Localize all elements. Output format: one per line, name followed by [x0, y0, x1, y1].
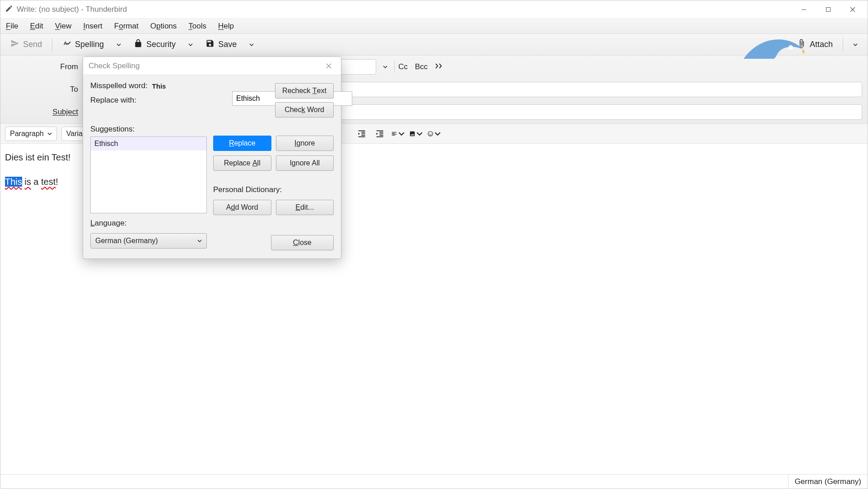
dialog-right-column: Recheck Text Check Word Replace Ignore R… [213, 81, 334, 250]
statusbar: German (Germany) [0, 474, 868, 489]
paragraph-style-select[interactable]: Paragraph [5, 127, 57, 141]
dialog-close-button[interactable] [322, 59, 336, 73]
menu-file[interactable]: File [5, 20, 19, 33]
security-button[interactable]: Security [129, 36, 180, 53]
menu-help[interactable]: Help [217, 20, 235, 33]
menu-tools[interactable]: Tools [187, 20, 207, 33]
save-icon [205, 39, 215, 50]
replace-button[interactable]: Replace [213, 136, 271, 151]
dialog-titlebar: Check Spelling [83, 57, 341, 75]
svg-rect-0 [802, 9, 806, 10]
outdent-button[interactable] [355, 127, 369, 141]
lock-icon [134, 39, 143, 50]
send-icon [10, 39, 19, 50]
compose-window: Write: (no subject) - Thunderbird File E… [0, 0, 868, 489]
svg-rect-1 [826, 7, 831, 11]
menu-insert[interactable]: Insert [82, 20, 103, 33]
statusbar-language[interactable]: German (Germany) [788, 475, 861, 489]
svg-point-2 [789, 45, 793, 50]
svg-point-4 [429, 133, 430, 133]
svg-point-5 [431, 133, 431, 133]
separator [394, 61, 395, 73]
titlebar: Write: (no subject) - Thunderbird [0, 0, 868, 19]
save-label: Save [218, 40, 237, 49]
suggestions-list[interactable]: Ethisch [90, 136, 207, 213]
close-button[interactable] [842, 3, 863, 16]
personal-dictionary-label: Personal Dictionary: [213, 185, 334, 194]
suggestions-label: Suggestions: [90, 125, 207, 134]
svg-point-3 [428, 131, 433, 136]
language-label: Language: [90, 219, 207, 228]
suggestion-option[interactable]: Ethisch [91, 137, 206, 150]
bcc-button[interactable]: Bcc [415, 62, 428, 71]
ignore-all-button[interactable]: Ignore All [276, 155, 334, 171]
dialog-left-column: Misspelled word: This Replace with: Sugg… [90, 81, 207, 250]
separator [843, 38, 843, 51]
security-dropdown[interactable] [184, 40, 197, 50]
close-dialog-button[interactable]: Close [271, 235, 334, 250]
replace-all-button[interactable]: Replace All [213, 155, 271, 171]
dialog-title: Check Spelling [89, 61, 140, 71]
spelling-dropdown[interactable] [112, 40, 126, 50]
statusbar-language-label: German (Germany) [795, 477, 861, 486]
paragraph-style-label: Paragraph [10, 130, 44, 138]
minimize-button[interactable] [793, 3, 814, 16]
security-label: Security [146, 40, 176, 49]
from-dropdown[interactable] [380, 61, 391, 72]
window-title: Write: (no subject) - Thunderbird [17, 5, 127, 14]
misspelled-label: Misspelled word: [90, 81, 148, 90]
toolbar: Send Spelling Security Save Attach [0, 34, 868, 56]
replace-with-label: Replace with: [90, 96, 207, 105]
maximize-button[interactable] [818, 3, 839, 16]
ignore-button[interactable]: Ignore [276, 136, 334, 151]
from-label: From [6, 62, 78, 71]
menu-edit[interactable]: Edit [29, 20, 44, 33]
save-button[interactable]: Save [201, 36, 241, 53]
spelling-label: Spelling [75, 40, 104, 49]
indent-button[interactable] [373, 127, 387, 141]
menu-format[interactable]: Format [113, 20, 140, 33]
save-dropdown[interactable] [245, 40, 258, 50]
emoji-dropdown[interactable] [427, 127, 441, 141]
language-select[interactable]: German (Germany) [90, 233, 207, 249]
align-dropdown[interactable] [391, 127, 405, 141]
to-label: To [6, 85, 78, 94]
insert-image-dropdown[interactable] [409, 127, 423, 141]
check-word-button[interactable]: Check Word [275, 102, 334, 118]
misspelled-word: This [152, 82, 166, 90]
add-word-button[interactable]: Add Word [213, 200, 271, 215]
attach-label: Attach [810, 40, 833, 49]
subject-label: Subject [6, 108, 78, 117]
attach-dropdown[interactable] [849, 40, 862, 50]
menu-options[interactable]: Options [149, 20, 178, 33]
spellcheck-icon [62, 39, 71, 50]
spelling-button[interactable]: Spelling [58, 36, 108, 53]
pencil-icon [5, 5, 13, 14]
thunderbird-logo [732, 32, 804, 59]
recheck-text-button[interactable]: Recheck Text [275, 83, 334, 99]
cc-button[interactable]: Cc [398, 62, 408, 71]
selected-word: This [5, 177, 22, 187]
spellcheck-dialog: Check Spelling Misspelled word: This Rep… [83, 56, 341, 259]
menu-view[interactable]: View [54, 20, 73, 33]
separator [52, 38, 52, 51]
send-button[interactable]: Send [6, 36, 47, 53]
more-recipients-button[interactable] [435, 62, 444, 71]
send-label: Send [23, 40, 42, 49]
edit-dictionary-button[interactable]: Edit... [276, 200, 334, 215]
language-value: German (Germany) [95, 237, 158, 245]
